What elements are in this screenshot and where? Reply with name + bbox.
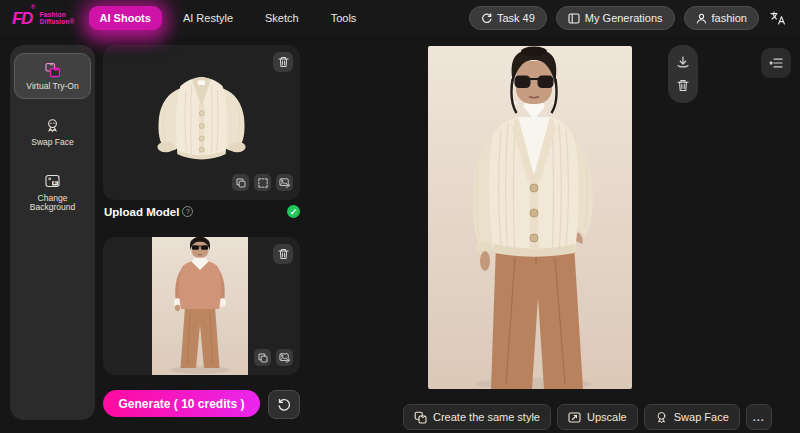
upload-model-label: Upload Model xyxy=(104,206,179,218)
panel-toggle-icon xyxy=(769,57,783,69)
trash-icon xyxy=(278,56,289,68)
download-icon xyxy=(676,56,690,69)
main-nav: AI Shoots AI Restyle Sketch Tools xyxy=(89,6,368,30)
copy-model-button[interactable] xyxy=(254,349,271,366)
download-result-button[interactable] xyxy=(668,56,698,69)
sidebar-item-label: Virtual Try-On xyxy=(26,82,78,92)
language-translate-button[interactable] xyxy=(768,11,788,25)
person-icon xyxy=(696,13,707,24)
garment-upload-panel[interactable] xyxy=(103,45,300,200)
nav-ai-restyle[interactable]: AI Restyle xyxy=(172,6,244,30)
more-actions-button[interactable]: ... xyxy=(746,404,772,430)
copy-style-icon xyxy=(414,411,427,424)
swap-face-button[interactable]: Swap Face xyxy=(644,404,740,430)
copy-icon xyxy=(258,353,268,363)
face-badge-icon xyxy=(655,411,668,424)
top-navbar: FD® FashionDiffusion® AI Shoots AI Resty… xyxy=(0,0,800,36)
replace-garment-image-button[interactable] xyxy=(276,174,293,191)
trash-icon xyxy=(278,248,289,260)
generate-button[interactable]: Generate ( 10 credits ) xyxy=(103,390,260,417)
sidebar-item-label: Swap Face xyxy=(31,138,74,148)
nav-sketch[interactable]: Sketch xyxy=(254,6,310,30)
delete-result-button[interactable] xyxy=(668,79,698,92)
reset-icon xyxy=(277,398,291,412)
sidebar-item-change-background[interactable]: AI Change Background xyxy=(14,165,91,221)
mode-sidebar: Virtual Try-On Swap Face AI Change Backg… xyxy=(10,45,95,420)
nav-tools[interactable]: Tools xyxy=(320,6,368,30)
logo-wordmark: FashionDiffusion® xyxy=(40,11,75,26)
delete-garment-button[interactable] xyxy=(273,52,293,72)
model-ready-check-icon: ✓ xyxy=(287,205,300,218)
app-logo[interactable]: FD® FashionDiffusion® xyxy=(12,10,75,27)
garment-thumbnail-tools xyxy=(232,174,293,191)
account-button[interactable]: fashion xyxy=(684,6,759,30)
sidebar-item-virtual-try-on[interactable]: Virtual Try-On xyxy=(14,53,91,99)
try-on-garments-icon xyxy=(44,61,61,78)
copy-garment-button[interactable] xyxy=(232,174,249,191)
task-status-button[interactable]: Task 49 xyxy=(469,6,547,30)
generate-row: Generate ( 10 credits ) xyxy=(103,390,300,419)
nav-ai-shoots[interactable]: AI Shoots xyxy=(89,6,162,30)
crop-marquee-icon xyxy=(258,178,268,188)
sidebar-item-label: Change Background xyxy=(17,194,88,214)
upscale-button[interactable]: Upscale xyxy=(557,404,638,430)
garment-image xyxy=(149,67,254,167)
replace-model-image-button[interactable] xyxy=(276,349,293,366)
reset-button[interactable] xyxy=(268,390,300,419)
generated-result-image[interactable] xyxy=(428,46,632,389)
model-thumbnail-tools xyxy=(254,349,293,366)
copy-icon xyxy=(236,178,246,188)
result-action-bar: Create the same style Upscale Swap Face … xyxy=(403,404,772,430)
help-icon[interactable]: ? xyxy=(182,206,193,217)
face-badge-icon xyxy=(45,117,60,134)
refresh-icon xyxy=(481,13,492,24)
ellipsis-icon: ... xyxy=(753,411,765,423)
result-tools xyxy=(668,45,698,103)
translate-icon xyxy=(770,11,786,25)
logo-fd-monogram: FD® xyxy=(12,10,35,27)
upscale-icon xyxy=(568,412,581,423)
background-ai-icon: AI xyxy=(45,173,60,190)
my-generations-button[interactable]: My Generations xyxy=(556,6,675,30)
collection-icon xyxy=(568,13,580,24)
history-panel-toggle-button[interactable] xyxy=(761,48,791,78)
crop-garment-button[interactable] xyxy=(254,174,271,191)
model-image xyxy=(152,237,248,375)
navbar-right-group: Task 49 My Generations fashion xyxy=(469,6,788,30)
delete-model-button[interactable] xyxy=(273,244,293,264)
sidebar-item-swap-face[interactable]: Swap Face xyxy=(14,109,91,155)
create-same-style-button[interactable]: Create the same style xyxy=(403,404,551,430)
replace-image-icon xyxy=(279,353,290,363)
upload-model-header: Upload Model ? ✓ xyxy=(104,205,300,218)
svg-text:AI: AI xyxy=(53,181,57,185)
trash-icon xyxy=(677,79,689,92)
replace-image-icon xyxy=(279,178,290,188)
model-upload-panel[interactable] xyxy=(103,237,300,375)
